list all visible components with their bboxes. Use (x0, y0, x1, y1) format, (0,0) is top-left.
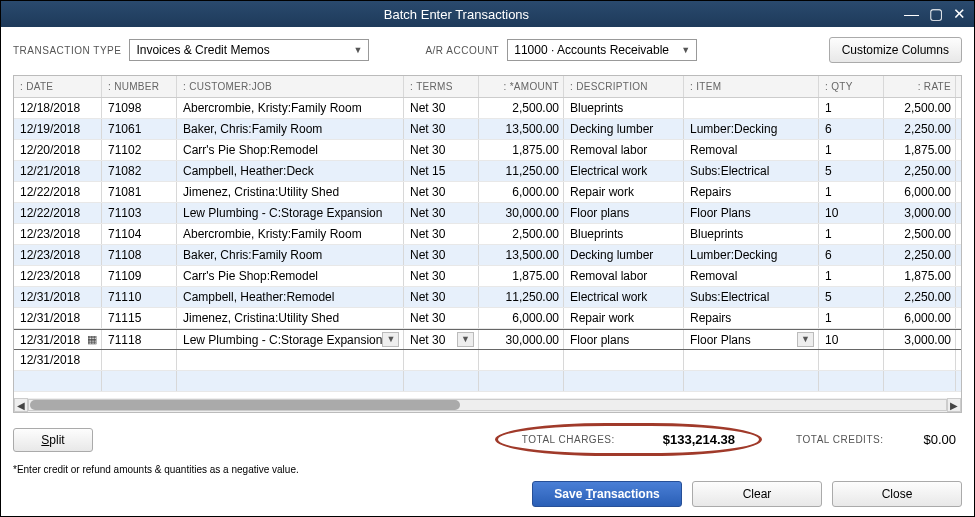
cell-description[interactable]: Decking lumber (564, 119, 684, 139)
cell-item[interactable]: Removal (684, 140, 819, 160)
col-header-date[interactable]: : DATE (14, 76, 102, 97)
cell-item[interactable] (684, 371, 819, 391)
minimize-icon[interactable]: — (904, 5, 919, 23)
maximize-icon[interactable]: ▢ (929, 5, 943, 23)
cell-date[interactable]: 12/23/2018 (14, 224, 102, 244)
customize-columns-button[interactable]: Customize Columns (829, 37, 962, 63)
table-row[interactable]: 12/31/2018 (14, 350, 961, 371)
cell-rate[interactable]: 2,250.00 (884, 119, 956, 139)
cell-customer[interactable]: Campbell, Heather:Deck (177, 161, 404, 181)
col-header-customer[interactable]: : CUSTOMER:JOB (177, 76, 404, 97)
cell-number[interactable] (102, 350, 177, 370)
cell-item[interactable] (684, 350, 819, 370)
cell-customer[interactable]: Campbell, Heather:Remodel (177, 287, 404, 307)
table-row[interactable]: 12/23/201871104Abercrombie, Kristy:Famil… (14, 224, 961, 245)
cell-qty[interactable]: 1 (819, 98, 884, 118)
cell-item[interactable]: Floor Plans (684, 203, 819, 223)
cell-date[interactable]: 12/22/2018 (14, 203, 102, 223)
cell-number[interactable]: 71115 (102, 308, 177, 328)
cell-date[interactable]: 12/21/2018 (14, 161, 102, 181)
cell-description[interactable] (564, 350, 684, 370)
cell-date[interactable]: 12/31/2018▦ (14, 330, 102, 349)
cell-number[interactable]: 71109 (102, 266, 177, 286)
cell-customer[interactable]: Abercrombie, Kristy:Family Room (177, 224, 404, 244)
scroll-left-icon[interactable]: ◀ (14, 398, 28, 412)
cell-rate[interactable]: 1,875.00 (884, 266, 956, 286)
cell-item[interactable]: Repairs (684, 182, 819, 202)
cell-terms[interactable] (404, 350, 479, 370)
close-icon[interactable]: ✕ (953, 5, 966, 23)
cell-amount[interactable]: 30,000.00 (479, 330, 564, 349)
cell-amount[interactable]: 1,875.00 (479, 266, 564, 286)
cell-date[interactable]: 12/31/2018 (14, 308, 102, 328)
cell-amount[interactable]: 6,000.00 (479, 182, 564, 202)
cell-description[interactable]: Decking lumber (564, 245, 684, 265)
cell-description[interactable]: Floor plans (564, 203, 684, 223)
cell-qty[interactable]: 10 (819, 203, 884, 223)
cell-number[interactable]: 71104 (102, 224, 177, 244)
cell-amount[interactable] (479, 350, 564, 370)
cell-amount[interactable]: 11,250.00 (479, 161, 564, 181)
cell-number[interactable]: 71081 (102, 182, 177, 202)
table-row[interactable]: 12/18/201871098Abercrombie, Kristy:Famil… (14, 98, 961, 119)
cell-customer[interactable]: Jimenez, Cristina:Utility Shed (177, 308, 404, 328)
cell-customer[interactable] (177, 350, 404, 370)
cell-amount[interactable]: 2,500.00 (479, 224, 564, 244)
cell-date[interactable]: 12/23/2018 (14, 266, 102, 286)
cell-description[interactable]: Blueprints (564, 224, 684, 244)
cell-qty[interactable] (819, 350, 884, 370)
transaction-type-dropdown[interactable]: Invoices & Credit Memos ▼ (129, 39, 369, 61)
cell-description[interactable]: Blueprints (564, 98, 684, 118)
cell-rate[interactable]: 3,000.00 (884, 203, 956, 223)
cell-terms[interactable]: Net 15 (404, 161, 479, 181)
cell-terms[interactable]: Net 30 (404, 287, 479, 307)
cell-rate[interactable]: 6,000.00 (884, 182, 956, 202)
cell-number[interactable]: 71110 (102, 287, 177, 307)
cell-number[interactable]: 71108 (102, 245, 177, 265)
table-row[interactable]: 12/23/201871108Baker, Chris:Family RoomN… (14, 245, 961, 266)
cell-qty[interactable]: 5 (819, 287, 884, 307)
cell-description[interactable]: Removal labor (564, 140, 684, 160)
cell-item[interactable]: Subs:Electrical (684, 287, 819, 307)
cell-customer[interactable] (177, 371, 404, 391)
cell-rate[interactable] (884, 371, 956, 391)
calendar-icon[interactable]: ▦ (87, 333, 97, 346)
cell-qty[interactable] (819, 371, 884, 391)
cell-date[interactable] (14, 371, 102, 391)
cell-date[interactable]: 12/22/2018 (14, 182, 102, 202)
cell-terms[interactable]: Net 30▼ (404, 330, 479, 349)
cell-amount[interactable]: 13,500.00 (479, 245, 564, 265)
clear-button[interactable]: Clear (692, 481, 822, 507)
cell-number[interactable]: 71082 (102, 161, 177, 181)
chevron-down-icon[interactable]: ▼ (457, 332, 474, 347)
cell-qty[interactable]: 6 (819, 119, 884, 139)
table-row[interactable]: 12/22/201871103Lew Plumbing - C:Storage … (14, 203, 961, 224)
cell-rate[interactable]: 3,000.00 (884, 330, 956, 349)
cell-rate[interactable] (884, 350, 956, 370)
cell-customer[interactable]: Lew Plumbing - C:Storage Expansion (177, 203, 404, 223)
table-row[interactable]: 12/23/201871109Carr's Pie Shop:RemodelNe… (14, 266, 961, 287)
cell-terms[interactable]: Net 30 (404, 308, 479, 328)
cell-amount[interactable]: 11,250.00 (479, 287, 564, 307)
cell-date[interactable]: 12/20/2018 (14, 140, 102, 160)
cell-amount[interactable]: 1,875.00 (479, 140, 564, 160)
cell-customer[interactable]: Baker, Chris:Family Room (177, 119, 404, 139)
cell-date[interactable]: 12/31/2018 (14, 350, 102, 370)
cell-item[interactable]: Repairs (684, 308, 819, 328)
cell-terms[interactable]: Net 30 (404, 182, 479, 202)
table-row[interactable] (14, 371, 961, 392)
col-header-rate[interactable]: : RATE (884, 76, 956, 97)
cell-rate[interactable]: 6,000.00 (884, 308, 956, 328)
close-button[interactable]: Close (832, 481, 962, 507)
cell-qty[interactable]: 1 (819, 224, 884, 244)
cell-customer[interactable]: Jimenez, Cristina:Utility Shed (177, 182, 404, 202)
cell-customer[interactable]: Carr's Pie Shop:Remodel (177, 140, 404, 160)
col-header-amount[interactable]: : *AMOUNT (479, 76, 564, 97)
table-row[interactable]: 12/21/201871082Campbell, Heather:DeckNet… (14, 161, 961, 182)
cell-terms[interactable]: Net 30 (404, 203, 479, 223)
cell-item[interactable]: Floor Plans▼ (684, 330, 819, 349)
cell-number[interactable]: 71103 (102, 203, 177, 223)
cell-item[interactable]: Removal (684, 266, 819, 286)
cell-rate[interactable]: 2,500.00 (884, 98, 956, 118)
table-row[interactable]: 12/31/2018▦71118Lew Plumbing - C:Storage… (14, 329, 961, 350)
